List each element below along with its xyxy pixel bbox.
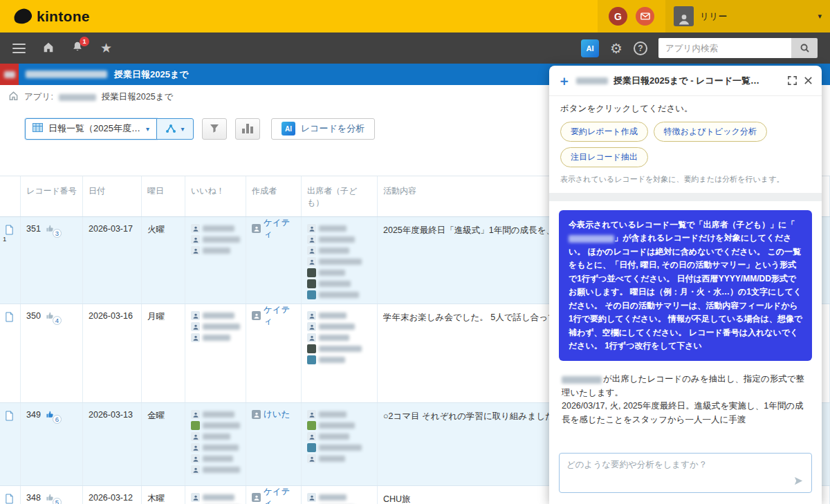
like-button[interactable]: 3 <box>46 224 62 238</box>
attendee-chip[interactable] <box>307 421 371 430</box>
send-icon[interactable] <box>793 476 804 489</box>
column-header[interactable]: 曜日 <box>142 176 185 216</box>
liker-chip[interactable] <box>191 443 240 452</box>
redacted-name <box>319 324 355 330</box>
attendee-chip[interactable] <box>307 224 371 233</box>
ai-action-button[interactable]: 特徴およびトピック分析 <box>654 122 767 142</box>
ai-action-button[interactable]: 要約レポート作成 <box>560 122 648 142</box>
record-number-link[interactable]: 351 <box>26 224 41 234</box>
likers-cell <box>185 217 246 304</box>
attendee-chip[interactable] <box>307 268 371 277</box>
liker-chip[interactable] <box>191 322 240 331</box>
redacted-name <box>319 346 362 352</box>
help-icon[interactable]: ? <box>634 41 647 55</box>
liker-chip[interactable] <box>191 421 240 430</box>
creator-link[interactable]: けいた <box>264 409 290 420</box>
creator-cell: ケイティ <box>246 217 302 304</box>
date-cell: 2026-03-17 <box>83 217 142 304</box>
ai-action-button[interactable]: 注目レコード抽出 <box>560 147 648 167</box>
liker-chip[interactable] <box>191 410 240 419</box>
attendee-chip[interactable] <box>307 410 371 419</box>
attendee-chip[interactable] <box>307 493 371 502</box>
liker-chip[interactable] <box>191 311 240 320</box>
liker-chip[interactable] <box>191 235 240 244</box>
notifications-icon[interactable]: 1 <box>71 41 84 56</box>
liker-chip[interactable] <box>191 333 240 342</box>
record-number-link[interactable]: 350 <box>26 311 41 321</box>
chart-button[interactable] <box>235 118 260 140</box>
user-menu[interactable]: リリー ▾ <box>665 0 830 32</box>
redacted-name <box>203 312 234 319</box>
new-chat-button[interactable]: ＋ <box>557 72 571 90</box>
attendee-chip[interactable] <box>307 279 371 288</box>
user-avatar-icon <box>307 454 316 463</box>
like-button[interactable]: 6 <box>46 410 62 424</box>
search-button[interactable] <box>791 38 818 58</box>
favorites-star-icon[interactable]: ★ <box>100 41 112 55</box>
redacted-text <box>4 71 15 78</box>
attendee-chip[interactable] <box>307 322 371 331</box>
like-button[interactable]: 4 <box>46 311 62 325</box>
breadcrumb-app-label[interactable]: アプリ: <box>24 91 53 103</box>
user-avatar-icon <box>307 311 316 320</box>
creator-chip[interactable]: けいた <box>252 410 295 419</box>
liker-chip[interactable] <box>191 454 240 463</box>
column-header[interactable]: レコード番号 <box>21 176 83 216</box>
app-search-input[interactable] <box>658 38 791 58</box>
home-icon[interactable] <box>8 91 19 104</box>
record-icon[interactable] <box>5 315 14 324</box>
liker-list <box>191 493 240 504</box>
creator-link[interactable]: ケイティ <box>264 304 295 328</box>
record-number-cell: 3496 <box>21 403 83 485</box>
menu-icon[interactable] <box>12 44 26 53</box>
record-icon[interactable] <box>5 496 14 504</box>
record-number-link[interactable]: 348 <box>26 493 41 503</box>
column-header[interactable]: 出席者（子ども） <box>302 176 378 216</box>
close-icon[interactable] <box>803 75 813 86</box>
attendee-chip[interactable] <box>307 290 371 299</box>
attendee-chip[interactable] <box>307 246 371 255</box>
attendee-chip[interactable] <box>307 257 371 266</box>
app-icon[interactable] <box>0 64 19 85</box>
header-right: G リリー ▾ <box>598 0 830 32</box>
liker-chip[interactable] <box>191 432 240 441</box>
filter-button[interactable] <box>202 118 227 140</box>
record-icon[interactable] <box>5 413 14 423</box>
graph-view-button[interactable]: ▾ <box>156 118 194 140</box>
user-avatar-icon <box>307 257 316 266</box>
liker-chip[interactable] <box>191 493 240 502</box>
expand-icon[interactable] <box>787 75 797 86</box>
ai-panel-header: ＋ 授業日報2025まで - レコード一覧… <box>549 66 822 96</box>
home-icon[interactable] <box>42 41 55 56</box>
attendee-chip[interactable] <box>307 311 371 320</box>
settings-gear-icon[interactable]: ⚙ <box>610 41 622 55</box>
redacted-name <box>203 433 230 440</box>
liker-list <box>191 311 240 342</box>
attendee-chip[interactable] <box>307 333 371 342</box>
attendee-chip[interactable] <box>307 432 371 441</box>
record-number-link[interactable]: 349 <box>26 410 41 420</box>
ai-chat-input[interactable] <box>559 453 812 493</box>
creator-chip[interactable]: ケイティ <box>252 224 295 233</box>
ai-icon[interactable]: AI <box>581 39 599 57</box>
column-header[interactable]: 日付 <box>83 176 142 216</box>
attendee-chip[interactable] <box>307 235 371 244</box>
creator-chip[interactable]: ケイティ <box>252 493 295 502</box>
analyze-records-button[interactable]: AI レコードを分析 <box>271 118 375 140</box>
mail-icon[interactable] <box>636 7 654 26</box>
view-selector-dropdown[interactable]: 日報一覧（2025年度… ▾ <box>25 118 157 140</box>
column-header[interactable]: 作成者 <box>246 176 302 216</box>
column-header[interactable]: いいね！ <box>185 176 246 216</box>
liker-chip[interactable] <box>191 465 240 474</box>
attendee-chip[interactable] <box>307 344 371 353</box>
creator-link[interactable]: ケイティ <box>264 486 295 504</box>
creator-link[interactable]: ケイティ <box>264 217 295 241</box>
attendee-chip[interactable] <box>307 355 371 364</box>
like-button[interactable]: 5 <box>46 493 62 504</box>
attendee-chip[interactable] <box>307 454 371 463</box>
creator-chip[interactable]: ケイティ <box>252 311 295 320</box>
attendee-chip[interactable] <box>307 443 371 452</box>
liker-chip[interactable] <box>191 246 240 255</box>
google-account-badge[interactable]: G <box>609 7 627 26</box>
liker-chip[interactable] <box>191 224 240 233</box>
